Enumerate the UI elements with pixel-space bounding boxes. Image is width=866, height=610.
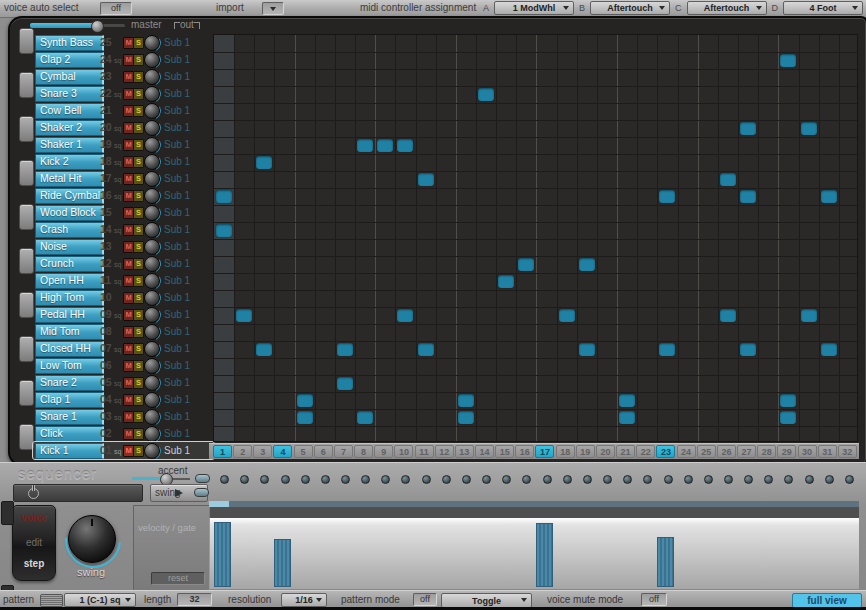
pan-knob[interactable]: [144, 392, 160, 408]
pan-knob[interactable]: [144, 86, 160, 102]
grid-cell-active[interactable]: [579, 343, 595, 356]
track-drag-handle[interactable]: [19, 380, 34, 406]
accent-step-dot[interactable]: [522, 475, 531, 484]
pan-knob[interactable]: [144, 188, 160, 204]
grid-cell-active[interactable]: [357, 139, 373, 152]
track-name-plate[interactable]: Kick 1: [35, 443, 104, 459]
left-edge-button[interactable]: [1, 501, 14, 525]
step-number-button[interactable]: 10: [394, 445, 413, 458]
track-name-plate[interactable]: Click: [35, 426, 104, 442]
pattern-mode-off-button[interactable]: off: [413, 593, 437, 606]
track-drag-handle[interactable]: [19, 72, 34, 98]
output-select[interactable]: Sub 1: [164, 105, 190, 116]
step-number-button[interactable]: 15: [495, 445, 514, 458]
step-number-button[interactable]: 14: [475, 445, 494, 458]
accent-step-dot[interactable]: [321, 475, 330, 484]
step-number-button[interactable]: 13: [455, 445, 474, 458]
track-name-plate[interactable]: Clap 1: [35, 392, 104, 408]
grid-cell-active[interactable]: [297, 411, 313, 424]
track-name-plate[interactable]: Crash: [35, 222, 104, 238]
grid-cell-active[interactable]: [659, 343, 675, 356]
output-select[interactable]: Sub 1: [164, 360, 190, 371]
grid-cell-active[interactable]: [216, 224, 232, 237]
accent-step-dot[interactable]: [301, 475, 310, 484]
grid-cell-active[interactable]: [821, 343, 837, 356]
velocity-gate-area[interactable]: [209, 518, 859, 589]
track-name-plate[interactable]: Shaker 1: [35, 137, 104, 153]
grid-cell-active[interactable]: [397, 309, 413, 322]
grid-cell-active[interactable]: [559, 309, 575, 322]
output-select[interactable]: Sub 1: [164, 139, 190, 150]
grid-cell-active[interactable]: [720, 309, 736, 322]
pattern-dropdown[interactable]: 1 (C-1) sq: [64, 593, 136, 607]
track-name-plate[interactable]: Closed HH: [35, 341, 104, 357]
step-number-button[interactable]: 11: [415, 445, 434, 458]
accent-step-dot[interactable]: [422, 475, 431, 484]
mode-step-label[interactable]: step: [13, 558, 55, 569]
step-number-button[interactable]: 1: [213, 445, 232, 458]
output-select[interactable]: Sub 1: [164, 54, 190, 65]
import-dropdown-button[interactable]: [262, 2, 284, 15]
grid-cell-active[interactable]: [780, 411, 796, 424]
pan-knob[interactable]: [144, 137, 160, 153]
accent-step-dot[interactable]: [341, 475, 350, 484]
accent-step-dot[interactable]: [764, 475, 773, 484]
swing-knob[interactable]: [68, 515, 116, 563]
grid-cell-active[interactable]: [478, 88, 494, 101]
step-number-button[interactable]: 4: [273, 445, 292, 458]
step-number-button[interactable]: 21: [616, 445, 635, 458]
velocity-bar[interactable]: [214, 522, 231, 587]
pan-knob[interactable]: [144, 52, 160, 68]
pan-knob[interactable]: [144, 120, 160, 136]
pan-knob[interactable]: [144, 426, 160, 442]
resolution-dropdown[interactable]: 1/16: [281, 593, 327, 607]
pan-knob[interactable]: [144, 103, 160, 119]
grid-cell-active[interactable]: [418, 173, 434, 186]
pan-knob[interactable]: [144, 341, 160, 357]
pan-knob[interactable]: [144, 35, 160, 51]
output-select[interactable]: Sub 1: [164, 275, 190, 286]
output-select[interactable]: Sub 1: [164, 207, 190, 218]
grid-cell-active[interactable]: [256, 343, 272, 356]
step-number-button[interactable]: 32: [838, 445, 857, 458]
controller-d-dropdown[interactable]: 4 Foot: [783, 1, 863, 15]
grid-cell-active[interactable]: [418, 343, 434, 356]
grid-cell-active[interactable]: [377, 139, 393, 152]
step-number-button[interactable]: 27: [737, 445, 756, 458]
accent-step-dot[interactable]: [240, 475, 249, 484]
track-name-plate[interactable]: Snare 2: [35, 375, 104, 391]
track-name-plate[interactable]: Synth Bass: [35, 35, 104, 51]
track-name-plate[interactable]: Pedal HH: [35, 307, 104, 323]
output-select[interactable]: Sub 1: [164, 292, 190, 303]
accent-step-dot[interactable]: [583, 475, 592, 484]
step-number-button[interactable]: 12: [435, 445, 454, 458]
grid-cell-active[interactable]: [740, 190, 756, 203]
accent-step-dot[interactable]: [543, 475, 552, 484]
controller-c-dropdown[interactable]: Aftertouch: [687, 1, 767, 15]
step-number-button[interactable]: 5: [294, 445, 313, 458]
output-select[interactable]: Sub 1: [164, 445, 190, 456]
pan-knob[interactable]: [144, 290, 160, 306]
grid-cell-active[interactable]: [337, 343, 353, 356]
step-number-button[interactable]: 3: [253, 445, 272, 458]
accent-step-dot[interactable]: [825, 475, 834, 484]
track-name-plate[interactable]: Crunch: [35, 256, 104, 272]
grid-cell-active[interactable]: [458, 411, 474, 424]
track-drag-handle[interactable]: [19, 116, 34, 142]
step-number-button[interactable]: 16: [515, 445, 534, 458]
accent-step-dot[interactable]: [401, 475, 410, 484]
step-number-button[interactable]: 7: [334, 445, 353, 458]
step-number-button[interactable]: 30: [798, 445, 817, 458]
grid-cell-active[interactable]: [579, 258, 595, 271]
track-name-plate[interactable]: Snare 3: [35, 86, 104, 102]
grid-cell-active[interactable]: [236, 309, 252, 322]
swing-led-button[interactable]: [194, 488, 209, 497]
accent-step-dot[interactable]: [643, 475, 652, 484]
voice-mute-mode-off-button[interactable]: off: [641, 593, 667, 606]
accent-step-dot[interactable]: [784, 475, 793, 484]
grid-cell-active[interactable]: [821, 190, 837, 203]
output-select[interactable]: Sub 1: [164, 428, 190, 439]
import-label[interactable]: import: [216, 2, 244, 13]
accent-step-dot[interactable]: [381, 475, 390, 484]
track-name-plate[interactable]: Shaker 2: [35, 120, 104, 136]
